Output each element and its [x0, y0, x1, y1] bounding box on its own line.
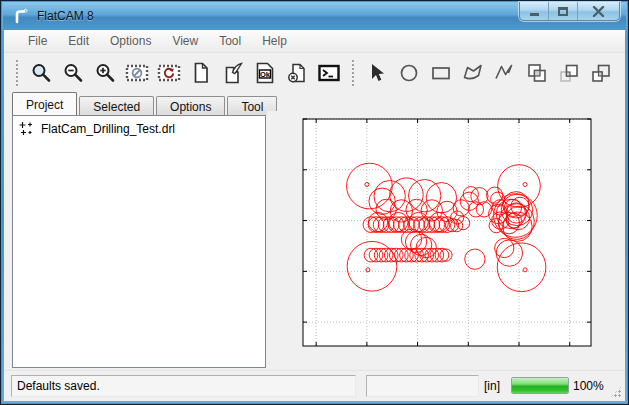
rectangle-tool-icon [429, 61, 453, 85]
tab-options[interactable]: Options [156, 96, 225, 115]
progress-bar [511, 377, 569, 394]
drill-object-icon [19, 121, 34, 136]
zoom-fit-icon [29, 61, 53, 85]
tabbar: Project Selected Options Tool [12, 92, 279, 115]
terminal-icon [317, 61, 341, 85]
editor-polygon-button[interactable] [460, 60, 486, 86]
polygon-union-button[interactable] [524, 60, 550, 86]
polyline-tool-icon [493, 61, 517, 85]
close-icon [592, 6, 605, 17]
svg-text:Ok: Ok [260, 70, 271, 79]
drill-plot [267, 111, 622, 371]
editor-select-button[interactable] [364, 60, 390, 86]
save-defaults-button[interactable]: Ok [252, 60, 278, 86]
replot-icon [157, 61, 181, 85]
tab-project[interactable]: Project [12, 92, 77, 115]
open-project-button[interactable] [220, 60, 246, 86]
zoom-fit-button[interactable] [28, 60, 54, 86]
editor-toolbar-drag-handle[interactable] [352, 60, 356, 86]
clear-plot-button[interactable] [124, 60, 150, 86]
toolbar: Ok [4, 54, 625, 92]
editor-polyline-button[interactable] [492, 60, 518, 86]
zoom-out-button[interactable] [60, 60, 86, 86]
new-file-icon [189, 61, 213, 85]
resize-grip[interactable] [610, 386, 622, 398]
toolbar-drag-handle[interactable] [16, 60, 20, 86]
menu-options[interactable]: Options [101, 31, 160, 51]
project-tree-panel: FlatCam_Drilling_Test.drl [12, 115, 266, 368]
tab-selected[interactable]: Selected [79, 96, 154, 115]
flatcam-window: FlatCAM 8 File Edit Options View Tool He… [0, 0, 629, 405]
delete-object-button[interactable] [284, 60, 310, 86]
clear-plot-icon [125, 61, 149, 85]
window-controls [519, 2, 620, 21]
maximize-button[interactable] [549, 2, 578, 20]
file-delete-icon [285, 61, 309, 85]
circle-tool-icon [397, 61, 421, 85]
menu-file[interactable]: File [19, 31, 56, 51]
units-label: [in] [484, 375, 500, 397]
zoom-out-icon [61, 61, 85, 85]
zoom-in-icon [93, 61, 117, 85]
client-area: File Edit Options View Tool Help [4, 30, 625, 401]
file-pen-icon [221, 61, 245, 85]
menu-edit[interactable]: Edit [59, 31, 98, 51]
replot-button[interactable] [156, 60, 182, 86]
titlebar[interactable]: FlatCAM 8 [3, 2, 626, 30]
editor-rectangle-button[interactable] [428, 60, 454, 86]
menu-help[interactable]: Help [253, 31, 296, 51]
file-ok-icon: Ok [253, 61, 277, 85]
polygon-subtract-button[interactable] [556, 60, 582, 86]
tree-item-drill-object[interactable]: FlatCam_Drilling_Test.drl [13, 116, 265, 138]
cut-icon [589, 61, 613, 85]
drill-object-label: FlatCam_Drilling_Test.drl [41, 122, 175, 136]
progress-percent-label: 100% [573, 375, 604, 397]
editor-circle-button[interactable] [396, 60, 422, 86]
new-project-button[interactable] [188, 60, 214, 86]
plot-canvas[interactable] [267, 111, 622, 371]
menubar: File Edit Options View Tool Help [4, 30, 625, 53]
maximize-icon [558, 7, 568, 16]
flatcam-logo-icon [13, 8, 29, 24]
status-message: Defaults saved. [11, 375, 356, 397]
menu-view[interactable]: View [163, 31, 207, 51]
window-title: FlatCAM 8 [37, 9, 94, 23]
command-line-button[interactable] [316, 60, 342, 86]
zoom-in-button[interactable] [92, 60, 118, 86]
progress-fill [512, 378, 568, 393]
union-icon [525, 61, 549, 85]
cursor-arrow-icon [365, 61, 389, 85]
minimize-button[interactable] [520, 2, 549, 20]
statusbar: Defaults saved. [in] 100% [4, 370, 625, 401]
coordinates-readout [366, 375, 479, 397]
close-button[interactable] [578, 2, 619, 20]
menu-tool[interactable]: Tool [210, 31, 250, 51]
subtract-icon [557, 61, 581, 85]
polygon-tool-icon [461, 61, 485, 85]
polygon-cut-button[interactable] [588, 60, 614, 86]
minimize-icon [530, 13, 539, 16]
